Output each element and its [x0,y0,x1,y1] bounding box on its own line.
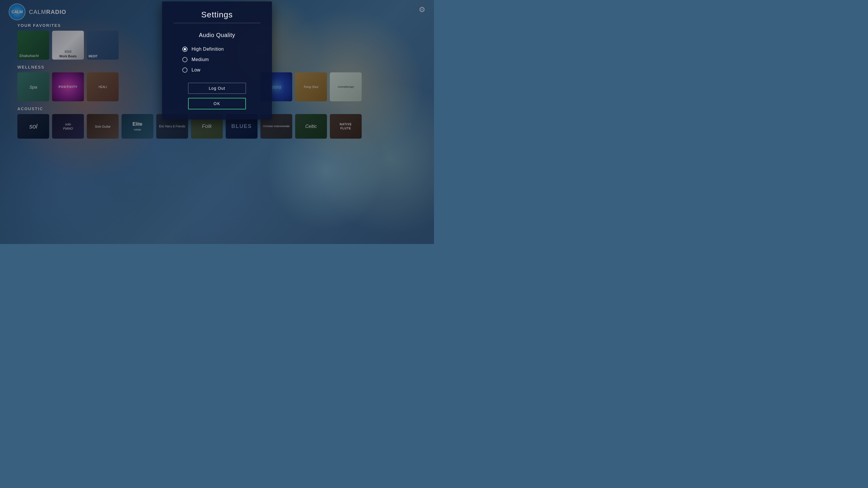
audio-quality-options: High Definition Medium Low [174,47,260,73]
modal-divider [174,23,260,23]
radio-medium-circle [182,57,187,62]
logout-button[interactable]: Log Out [188,83,246,94]
radio-hd-circle [182,47,187,52]
audio-quality-heading: Audio Quality [174,32,260,38]
modal-title: Settings [174,10,260,20]
settings-modal: Settings Audio Quality High Definition M… [162,1,272,120]
radio-low-circle [182,67,187,73]
radio-hd[interactable]: High Definition [182,47,260,52]
radio-hd-label: High Definition [191,47,224,52]
radio-low-label: Low [191,67,200,73]
radio-medium[interactable]: Medium [182,57,260,62]
modal-overlay: Settings Audio Quality High Definition M… [0,0,434,244]
modal-buttons: Log Out OK [174,83,260,110]
ok-button[interactable]: OK [188,98,246,110]
radio-low[interactable]: Low [182,67,260,73]
radio-medium-label: Medium [191,57,209,62]
